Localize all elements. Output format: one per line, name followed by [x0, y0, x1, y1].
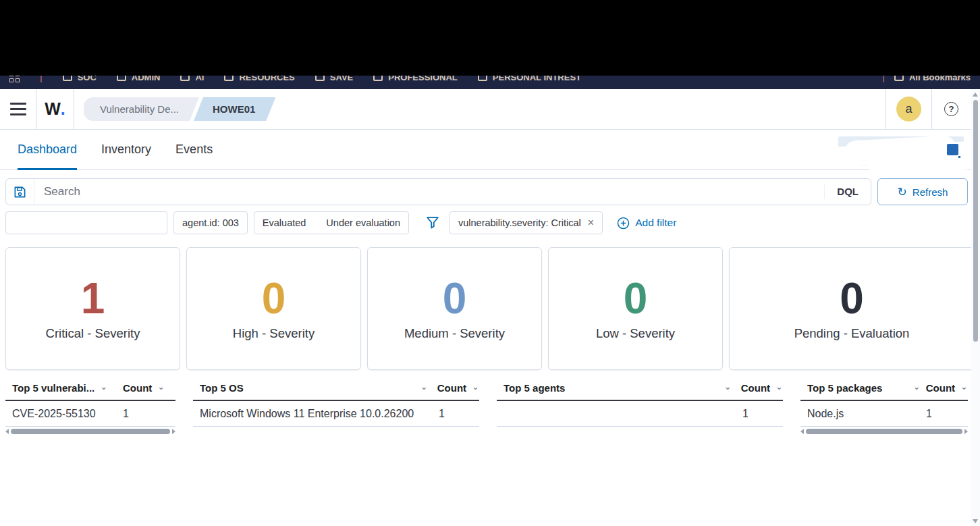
breadcrumb-vulnerability-detection[interactable]: Vulnerability De...	[84, 97, 199, 121]
bookmark-label: SOC	[78, 76, 97, 82]
black-top-area	[0, 0, 980, 76]
scroll-left-arrow-icon[interactable]	[5, 429, 9, 434]
column-header-count[interactable]: Count ⌄	[921, 382, 968, 394]
card-pending-evaluation: 0 Pending - Evaluation	[729, 247, 975, 370]
filter-funnel-icon[interactable]	[426, 216, 439, 230]
tab-events[interactable]: Events	[175, 130, 213, 169]
table-row: 1	[497, 401, 783, 427]
avatar[interactable]: a	[896, 97, 921, 122]
bookmark-label: PERSONAL INTREST	[493, 76, 581, 82]
bookmark-item[interactable]: SAVE	[315, 76, 353, 82]
search-box: DQL	[5, 178, 871, 205]
pending-count: 0	[840, 276, 864, 321]
search-input[interactable]	[34, 185, 824, 199]
scrollbar-thumb[interactable]	[11, 429, 170, 434]
filter-pill-redacted[interactable]	[5, 211, 167, 234]
column-header-os[interactable]: Top 5 OS ⌄	[200, 382, 428, 394]
scroll-left-arrow-icon[interactable]	[800, 429, 804, 434]
medium-label: Medium - Severity	[404, 326, 505, 341]
table-top5-packages: Top 5 packages ⌄ Count ⌄ Node.js 1	[800, 382, 968, 435]
column-header-count[interactable]: Count ⌄	[732, 382, 783, 394]
column-title: Top 5 OS	[200, 382, 244, 394]
under-evaluation-option[interactable]: Under evaluation	[326, 217, 400, 228]
scrollbar-thumb[interactable]	[973, 100, 978, 342]
evaluated-option[interactable]: Evaluated	[263, 217, 306, 228]
bookmark-item[interactable]: PROFESSIONAL	[373, 76, 458, 82]
card-medium-severity: 0 Medium - Severity	[367, 247, 542, 370]
card-low-severity: 0 Low - Severity	[548, 247, 723, 370]
chevron-down-icon[interactable]: ⌄	[960, 382, 968, 392]
bookmarks-separator: |	[40, 76, 43, 82]
scrollbar-thumb[interactable]	[806, 429, 962, 434]
bookmark-item[interactable]: AI	[180, 76, 204, 82]
bookmark-label: PROFESSIONAL	[388, 76, 458, 82]
bookmark-item[interactable]: ADMIN	[117, 76, 161, 82]
bookmark-item[interactable]: PERSONAL INTREST	[478, 76, 581, 82]
top5-tables-row: Top 5 vulnerabi... ⌄ Count ⌄ CVE-2025-55…	[5, 382, 975, 435]
filters-row: agent.id: 003 Evaluated Under evaluation…	[5, 211, 975, 234]
medium-count: 0	[443, 276, 467, 321]
search-bar-row: DQL ↻ Refresh	[5, 178, 968, 205]
filter-pill-agent-id[interactable]: agent.id: 003	[173, 211, 248, 234]
breadcrumb-agent-howe01[interactable]: HOWE01	[194, 97, 275, 121]
scroll-right-arrow-icon[interactable]	[964, 429, 968, 434]
logo-dot: .	[61, 99, 65, 119]
dql-language-button[interactable]: DQL	[824, 184, 871, 200]
tab-inventory[interactable]: Inventory	[101, 130, 151, 169]
folder-icon	[894, 76, 904, 81]
high-label: High - Severity	[233, 326, 315, 341]
column-header-count[interactable]: Count ⌄	[428, 382, 479, 394]
bookmarks-separator: |	[882, 76, 885, 82]
apps-grid-icon[interactable]	[9, 76, 20, 82]
chevron-down-icon[interactable]: ⌄	[724, 382, 732, 392]
refresh-icon: ↻	[898, 186, 907, 198]
add-filter-label: Add filter	[635, 217, 676, 229]
refresh-button[interactable]: ↻ Refresh	[877, 178, 968, 205]
redacted-date-picker[interactable]	[838, 136, 964, 166]
save-query-icon[interactable]	[6, 179, 34, 205]
chevron-down-icon[interactable]: ⌄	[775, 382, 783, 392]
vertical-scrollbar[interactable]	[971, 89, 980, 526]
filter-pill-evaluation-group[interactable]: Evaluated Under evaluation	[254, 211, 409, 234]
bookmark-item[interactable]: SOC	[63, 76, 97, 82]
chevron-down-icon[interactable]: ⌄	[472, 382, 479, 392]
horizontal-scrollbar[interactable]	[800, 428, 968, 435]
column-header-agents[interactable]: Top 5 agents ⌄	[503, 382, 732, 394]
table-row: CVE-2025-55130 1	[5, 401, 175, 427]
filter-pill-severity-critical[interactable]: vulnerability.severity: Critical ×	[450, 211, 603, 234]
folder-icon	[373, 76, 383, 81]
all-bookmarks-button[interactable]: All Bookmarks	[894, 76, 971, 82]
folder-icon	[117, 76, 126, 81]
column-header-count[interactable]: Count ⌄	[123, 382, 175, 394]
breadcrumb: Vulnerability De... HOWE01	[84, 97, 275, 121]
remove-filter-icon[interactable]: ×	[588, 217, 594, 229]
chevron-down-icon[interactable]: ⌄	[913, 382, 921, 392]
count-cell: 1	[733, 408, 783, 420]
wazuh-logo[interactable]: W.	[36, 89, 74, 129]
scroll-down-arrow-icon[interactable]	[973, 519, 978, 523]
tab-dashboard[interactable]: Dashboard	[18, 130, 77, 169]
column-header-vulnerabilities[interactable]: Top 5 vulnerabi... ⌄	[12, 382, 123, 394]
table-row: Microsoft Windows 11 Enterprise 10.0.262…	[193, 401, 479, 427]
logo-text: W	[45, 99, 61, 119]
chevron-down-icon[interactable]: ⌄	[100, 382, 107, 392]
scroll-right-arrow-icon[interactable]	[172, 429, 175, 434]
low-label: Low - Severity	[596, 326, 675, 341]
blue-marker-icon	[947, 144, 958, 155]
chevron-down-icon[interactable]: ⌄	[157, 382, 165, 392]
add-filter-button[interactable]: Add filter	[617, 217, 676, 230]
help-icon[interactable]: ?	[944, 102, 958, 116]
table-top5-vulnerabilities: Top 5 vulnerabi... ⌄ Count ⌄ CVE-2025-55…	[5, 382, 175, 435]
column-header-packages[interactable]: Top 5 packages ⌄	[807, 382, 921, 394]
chevron-down-icon[interactable]: ⌄	[420, 382, 428, 392]
menu-hamburger-button[interactable]	[0, 89, 36, 129]
horizontal-scrollbar[interactable]	[5, 428, 175, 435]
floppy-disk-icon	[13, 186, 26, 199]
high-count: 0	[262, 276, 286, 321]
count-cell: 1	[123, 408, 175, 420]
package-cell: Node.js	[807, 408, 921, 420]
scroll-up-arrow-icon[interactable]	[973, 93, 978, 97]
bookmark-item[interactable]: RESOURCES	[224, 76, 294, 82]
table-top5-agents: Top 5 agents ⌄ Count ⌄ 1	[497, 382, 783, 435]
severity-cards-row: 1 Critical - Severity 0 High - Severity …	[5, 247, 975, 370]
